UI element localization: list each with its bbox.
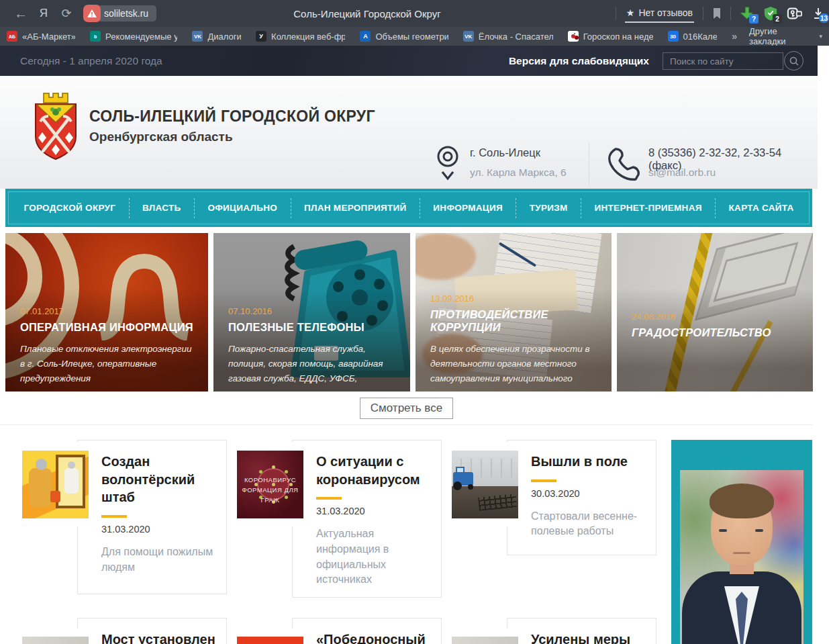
divider — [616, 7, 616, 20]
nav-item-official[interactable]: ОФИЦИАЛЬНО — [195, 198, 291, 218]
news-image-tractor[interactable] — [443, 442, 527, 527]
bookmark-label: Объемы геометри — [375, 32, 448, 42]
toolbar-right: ★ Нет отзывов ? 2 13 — [616, 0, 825, 27]
slide-title[interactable]: ПОЛЕЗНЫЕ ТЕЛЕФОНЫ — [228, 321, 395, 334]
cherry-icon — [568, 31, 579, 42]
news-image-bridge[interactable] — [13, 628, 97, 644]
contact-city: г. Соль-Илецк — [470, 146, 540, 159]
search-button[interactable] — [784, 51, 803, 71]
divider — [703, 7, 703, 20]
news-card-measures-strengthened[interactable]: Усилены меры — [507, 618, 656, 644]
nav-item-city-district[interactable]: ГОРОДСКОЙ ОКРУГ — [11, 198, 130, 218]
bookmark-favicon: b — [90, 31, 101, 42]
news-image-coronavirus[interactable]: КОРОНАВИРУС ФОРМАЦИЯ ДЛЯ ГРАЖ — [228, 442, 312, 527]
news-card-field-work[interactable]: Вышли в поле 30.03.2020 Стартовали весен… — [507, 440, 656, 555]
slider-card-useful-phones[interactable]: 07.10.2016 ПОЛЕЗНЫЕ ТЕЛЕФОНЫ Пожарно-спа… — [213, 233, 410, 392]
bookmark-label: Рекомендуемые у — [105, 32, 177, 42]
bookmark-item-yolochka[interactable]: VK Ёлочка - Спасател — [463, 31, 553, 42]
back-icon[interactable]: ← — [9, 6, 32, 21]
news-card-volunteer-hq[interactable]: Создан волонтёрский штаб 31.03.2020 Для … — [77, 440, 227, 594]
nav-item-information[interactable]: ИНФОРМАЦИЯ — [420, 198, 516, 218]
current-date-text: Сегодня - 1 апреля 2020 года — [20, 46, 162, 76]
news-title[interactable]: «Победоносный — [316, 631, 432, 644]
bookmark-item-calendar[interactable]: 30 016Кале — [668, 31, 718, 42]
view-all-button[interactable]: Смотреть все — [360, 398, 453, 419]
vk-icon: VK — [192, 31, 203, 42]
bookmark-label: Ёлочка - Спасател — [479, 32, 553, 42]
news-image-festival-logo[interactable] — [228, 628, 312, 644]
image-caption: КОРОНАВИРУС — [237, 475, 303, 485]
slide-title[interactable]: ПРОТИВОДЕЙСТВИЕ КОРРУПЦИИ — [430, 308, 597, 334]
extension-badge: 2 — [773, 14, 782, 24]
news-card-pobedonosny[interactable]: «Победоносный — [292, 618, 442, 644]
accessibility-version-link[interactable]: Версия для слабовидящих — [509, 46, 649, 76]
bookmark-item-horoscope[interactable]: Гороскоп на неде — [568, 31, 653, 42]
news-image-volunteer[interactable] — [13, 442, 97, 527]
more-bookmarks-icon[interactable]: » — [732, 31, 737, 42]
news-title[interactable]: Мост установлен — [101, 631, 217, 644]
news-title[interactable]: О ситуации с коронавирусом — [316, 453, 432, 488]
news-card-bridge-installed[interactable]: Мост установлен — [77, 618, 227, 644]
bookmark-item-geometry[interactable]: A Объемы геометри — [360, 31, 448, 42]
bookmark-flag-icon[interactable] — [712, 7, 722, 19]
divider — [0, 424, 813, 425]
nav-item-events-plan[interactable]: ПЛАН МЕРОПРИЯТИЙ — [291, 198, 420, 218]
site-search-input[interactable] — [663, 52, 783, 70]
vk-icon: VK — [463, 31, 474, 42]
slide-title[interactable]: ОПЕРАТИВНАЯ ИНФОРМАЦИЯ — [20, 321, 193, 334]
news-image-measures[interactable] — [443, 628, 527, 644]
window-title: Соль-Илецкий Городской Округ — [266, 8, 468, 19]
calendar-icon: 30 — [668, 31, 679, 42]
bookmark-favicon: АБ — [7, 31, 17, 42]
extension-adblock-shield-icon[interactable]: 2 — [763, 6, 778, 21]
slider-card-anti-corruption[interactable]: 13.09.2016 ПРОТИВОДЕЙСТВИЕ КОРРУПЦИИ В ц… — [416, 233, 612, 392]
news-title[interactable]: Вышли в поле — [531, 453, 646, 471]
news-card-coronavirus[interactable]: О ситуации с коронавирусом 31.03.2020 Ак… — [292, 440, 442, 598]
bookmark-item-dialogs[interactable]: VK Диалоги — [192, 31, 241, 42]
slide-date: 07.10.2016 — [228, 306, 395, 316]
news-title[interactable]: Создан волонтёрский штаб — [101, 453, 217, 506]
news-title[interactable]: Усилены меры — [531, 631, 646, 644]
yandex-logo-icon[interactable]: Я — [32, 7, 55, 20]
bookmark-item-web-collection[interactable]: У Коллекция веб-фр — [256, 31, 345, 42]
extension-downloader-icon[interactable]: ? — [740, 6, 754, 21]
slider-card-urban-planning[interactable]: 24.08.2016 ГРАДОСТРОИТЕЛЬСТВО — [617, 233, 813, 392]
protect-warning-icon[interactable] — [83, 5, 101, 22]
news-date: 31.03.2020 — [316, 506, 432, 516]
nav-item-authority[interactable]: ВЛАСТЬ — [130, 198, 195, 218]
contact-email[interactable]: si@mail.orb.ru — [648, 167, 716, 179]
bookmark-item-recommended[interactable]: b Рекомендуемые у — [90, 31, 177, 42]
sidebar-official-panel[interactable] — [671, 440, 812, 644]
slide-title[interactable]: ГРАДОСТРОИТЕЛЬСТВО — [632, 326, 798, 339]
nav-item-sitemap[interactable]: КАРТА САЙТА — [716, 198, 807, 218]
chevron-down-icon: ▾ — [819, 33, 822, 40]
site-subtitle: Оренбургская область — [89, 130, 233, 144]
phone-icon — [606, 145, 641, 185]
star-icon: ★ — [626, 7, 635, 18]
nav-item-internet-reception[interactable]: ИНТЕРНЕТ-ПРИЕМНАЯ — [581, 198, 716, 218]
dove-graphic — [237, 637, 303, 644]
bookmark-favicon: У — [256, 31, 266, 42]
password-manager-icon[interactable] — [787, 6, 803, 21]
news-date: 31.03.2020 — [101, 524, 217, 535]
nav-item-tourism[interactable]: ТУРИЗМ — [516, 198, 581, 218]
browser-toolbar: ← Я ⟳ soliletsk.ru Соль-Илецкий Городско… — [0, 0, 829, 27]
other-bookmarks-button[interactable]: Другие закладки ▾ — [749, 26, 822, 46]
reviews-rating-button[interactable]: ★ Нет отзывов — [625, 5, 694, 23]
site-topbar: Сегодня - 1 апреля 2020 года Версия для … — [0, 46, 818, 76]
site-title[interactable]: СОЛЬ-ИЛЕЦКИЙ ГОРОДСКОЙ ОКРУГ — [89, 107, 375, 126]
slide-description: Плановые отключения электроэнергии в г. … — [20, 342, 193, 386]
bookmark-label: «АБ-Маркет» — [22, 32, 75, 42]
url-text[interactable]: soliletsk.ru — [99, 5, 156, 21]
slide-description: Пожарно-спасательная служба, полиция, ск… — [228, 342, 395, 386]
contact-address: ул. Карла Маркса, 6 — [470, 167, 567, 179]
downloads-icon[interactable]: 13 — [812, 7, 825, 20]
divider — [730, 7, 731, 20]
downloads-count-badge: 13 — [819, 13, 829, 23]
slide-date: 07.01.2017 — [20, 306, 193, 316]
address-bar[interactable]: soliletsk.ru — [83, 5, 156, 22]
browser-window: ← Я ⟳ soliletsk.ru Соль-Илецкий Городско… — [0, 0, 829, 644]
slider-card-operational-info[interactable]: 07.01.2017 ОПЕРАТИВНАЯ ИНФОРМАЦИЯ Планов… — [5, 233, 208, 392]
bookmark-item-ab-market[interactable]: АБ «АБ-Маркет» — [7, 31, 75, 42]
reload-icon[interactable]: ⟳ — [55, 6, 78, 21]
